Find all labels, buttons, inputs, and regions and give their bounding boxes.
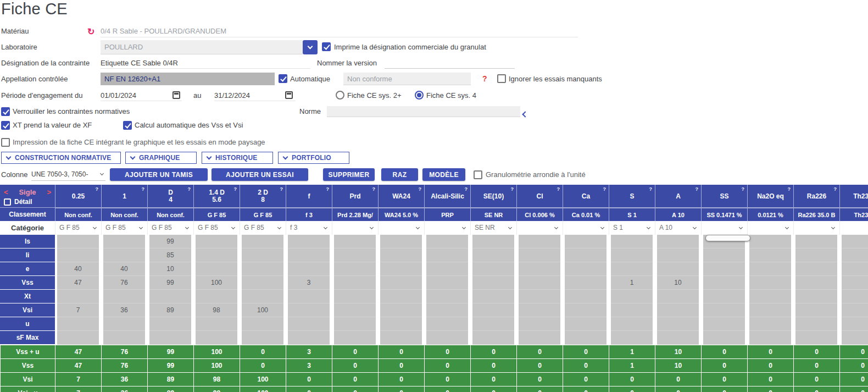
data-cell[interactable] bbox=[240, 276, 286, 290]
data-cell[interactable] bbox=[609, 262, 655, 276]
column-header-5[interactable]: 2 D 8? bbox=[240, 185, 286, 208]
column-help-icon[interactable]: ? bbox=[372, 186, 376, 192]
data-cell[interactable]: 40 bbox=[101, 262, 147, 276]
data-cell[interactable] bbox=[378, 249, 424, 262]
data-cell[interactable] bbox=[286, 331, 332, 345]
data-cell[interactable]: 100 bbox=[193, 276, 240, 290]
categorie-select[interactable]: f 3 bbox=[286, 221, 332, 235]
fiche-sys4-radio[interactable] bbox=[415, 91, 424, 100]
data-cell[interactable] bbox=[55, 290, 101, 303]
data-cell[interactable] bbox=[286, 290, 332, 303]
data-cell[interactable]: 76 bbox=[101, 276, 147, 290]
data-cell[interactable] bbox=[55, 317, 101, 331]
data-cell[interactable] bbox=[332, 303, 378, 317]
data-cell[interactable] bbox=[470, 276, 516, 290]
norme-input[interactable] bbox=[327, 106, 520, 117]
raz-button[interactable]: RAZ bbox=[381, 168, 418, 181]
column-header-6[interactable]: f? bbox=[286, 185, 332, 208]
data-cell[interactable] bbox=[378, 235, 424, 249]
data-cell[interactable] bbox=[378, 276, 424, 290]
date-to-input[interactable]: 31/12/2024 bbox=[214, 89, 296, 101]
granulometrie-checkbox[interactable] bbox=[474, 170, 482, 179]
designation-input[interactable]: Etiquette CE Sable 0/4R bbox=[101, 57, 310, 69]
data-cell[interactable] bbox=[839, 317, 868, 331]
categorie-select[interactable] bbox=[793, 221, 839, 235]
data-cell[interactable] bbox=[424, 235, 470, 249]
data-cell[interactable] bbox=[424, 249, 470, 262]
column-header-8[interactable]: WA24? bbox=[378, 185, 424, 208]
data-cell[interactable] bbox=[839, 262, 868, 276]
column-help-icon[interactable]: ? bbox=[419, 186, 422, 192]
categorie-select[interactable]: G F 85 bbox=[193, 221, 240, 235]
column-header-11[interactable]: Cl? bbox=[516, 185, 563, 208]
fiche-sys2-radio[interactable] bbox=[336, 91, 344, 100]
ajouter-un-essai-button[interactable]: AJOUTER UN ESSAI bbox=[212, 168, 308, 181]
column-help-icon[interactable]: ? bbox=[788, 186, 791, 192]
data-cell[interactable] bbox=[701, 290, 747, 303]
data-cell[interactable] bbox=[516, 290, 563, 303]
data-cell[interactable] bbox=[55, 249, 101, 262]
column-header-7[interactable]: Prd? bbox=[332, 185, 378, 208]
data-cell[interactable]: 7 bbox=[55, 303, 101, 317]
data-cell[interactable] bbox=[609, 235, 655, 249]
data-cell[interactable] bbox=[793, 249, 839, 262]
categorie-select[interactable]: G F 85 bbox=[147, 221, 193, 235]
calc-checkbox[interactable] bbox=[123, 121, 132, 130]
data-cell[interactable] bbox=[839, 303, 868, 317]
data-cell[interactable] bbox=[516, 249, 563, 262]
data-cell[interactable] bbox=[655, 249, 701, 262]
data-cell[interactable]: 89 bbox=[147, 303, 193, 317]
data-cell[interactable]: 99 bbox=[147, 276, 193, 290]
data-cell[interactable] bbox=[378, 290, 424, 303]
data-cell[interactable] bbox=[793, 262, 839, 276]
data-cell[interactable] bbox=[147, 317, 193, 331]
data-cell[interactable] bbox=[378, 303, 424, 317]
data-cell[interactable] bbox=[470, 317, 516, 331]
calendar-to-icon[interactable] bbox=[285, 91, 293, 99]
data-cell[interactable] bbox=[516, 317, 563, 331]
data-cell[interactable] bbox=[563, 262, 609, 276]
data-cell[interactable] bbox=[240, 331, 286, 345]
data-cell[interactable] bbox=[793, 317, 839, 331]
data-cell[interactable] bbox=[839, 331, 868, 345]
data-cell[interactable] bbox=[240, 317, 286, 331]
categorie-select[interactable]: SE NR bbox=[470, 221, 516, 235]
data-cell[interactable] bbox=[240, 235, 286, 249]
column-help-icon[interactable]: ? bbox=[234, 186, 237, 192]
data-cell[interactable] bbox=[332, 290, 378, 303]
data-cell[interactable] bbox=[55, 235, 101, 249]
categorie-select[interactable]: A 10 bbox=[655, 221, 701, 235]
data-cell[interactable]: 40 bbox=[55, 262, 101, 276]
data-cell[interactable] bbox=[286, 303, 332, 317]
data-cell[interactable] bbox=[655, 331, 701, 345]
categorie-select[interactable] bbox=[563, 221, 609, 235]
categorie-select[interactable]: G F 85 bbox=[55, 221, 101, 235]
data-cell[interactable] bbox=[516, 235, 563, 249]
data-cell[interactable] bbox=[332, 235, 378, 249]
data-cell[interactable] bbox=[701, 317, 747, 331]
data-cell[interactable] bbox=[332, 249, 378, 262]
data-cell[interactable] bbox=[516, 276, 563, 290]
data-cell[interactable] bbox=[563, 235, 609, 249]
data-cell[interactable] bbox=[470, 303, 516, 317]
print-designation-checkbox[interactable] bbox=[322, 42, 331, 51]
data-cell[interactable] bbox=[747, 303, 793, 317]
data-cell[interactable] bbox=[747, 317, 793, 331]
data-cell[interactable] bbox=[470, 331, 516, 345]
column-header-15[interactable]: SS? bbox=[701, 185, 747, 208]
categorie-select[interactable]: G F 85 bbox=[101, 221, 147, 235]
data-cell[interactable] bbox=[747, 276, 793, 290]
data-cell[interactable] bbox=[747, 249, 793, 262]
column-help-icon[interactable]: ? bbox=[695, 186, 699, 192]
modele-button[interactable]: MODÈLE bbox=[422, 168, 465, 181]
data-cell[interactable] bbox=[563, 249, 609, 262]
horizontal-scrollbar-thumb[interactable] bbox=[705, 235, 750, 241]
data-cell[interactable] bbox=[470, 249, 516, 262]
column-help-icon[interactable]: ? bbox=[557, 186, 560, 192]
refresh-icon[interactable]: ↻ bbox=[87, 26, 94, 38]
data-cell[interactable] bbox=[378, 331, 424, 345]
automatique-checkbox[interactable] bbox=[279, 74, 287, 83]
categorie-select[interactable] bbox=[332, 221, 378, 235]
data-cell[interactable] bbox=[747, 235, 793, 249]
categorie-select[interactable] bbox=[747, 221, 793, 235]
